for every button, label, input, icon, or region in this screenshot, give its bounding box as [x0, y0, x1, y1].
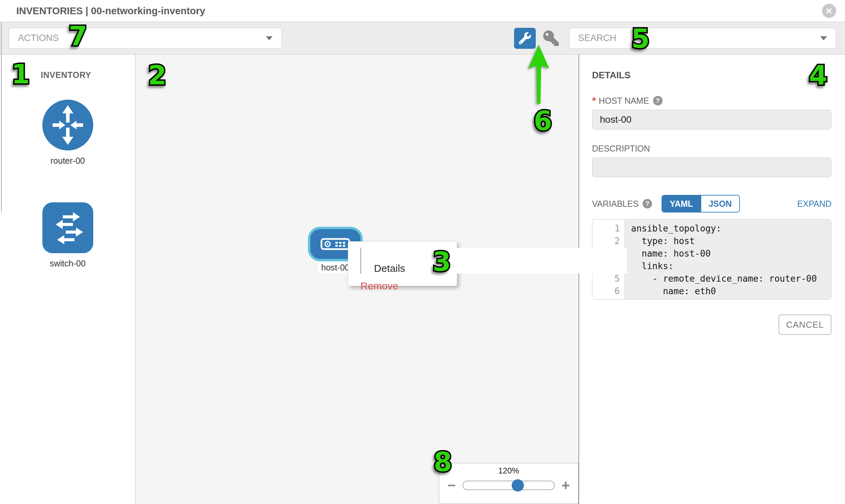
wrench-icon — [519, 32, 531, 44]
zoom-level-readout: 120% — [439, 466, 578, 475]
tools-button[interactable] — [514, 28, 536, 49]
zoom-panel: 120% − + — [439, 463, 579, 504]
host-name-field-label: * HOST NAME ? — [592, 95, 831, 106]
variables-code-editor[interactable]: 1 2 3 4 5 6 7 ansible_topology: type: ho… — [592, 219, 831, 300]
code-line: name: host-00 — [631, 248, 831, 260]
details-panel-title: DETAILS — [592, 70, 831, 81]
tab-json[interactable]: JSON — [701, 196, 739, 212]
code-line: links: — [631, 260, 831, 272]
format-toggle: YAML JSON — [662, 195, 740, 213]
server-icon — [320, 238, 350, 250]
toolbar-right-group: SEARCH — [514, 28, 836, 49]
variables-row: VARIABLES ? YAML JSON EXPAND — [592, 195, 831, 213]
actions-dropdown-label: ACTIONS — [18, 33, 59, 43]
main-area: INVENTORY router-00 — [0, 55, 845, 504]
device-label: switch-00 — [0, 258, 135, 268]
close-icon: ✕ — [826, 7, 833, 15]
editor-code: ansible_topology: type: host name: host-… — [625, 220, 831, 299]
menu-item-remove[interactable]: Remove — [360, 281, 457, 291]
switch-icon — [42, 202, 93, 253]
sidebar-title: INVENTORY — [41, 70, 135, 80]
palette-device-switch[interactable]: switch-00 — [0, 202, 135, 268]
page-title: INVENTORIES | 00-networking-inventory — [16, 5, 205, 17]
close-button[interactable]: ✕ — [822, 4, 836, 18]
inventory-sidebar: INVENTORY router-00 — [0, 55, 136, 504]
zoom-slider[interactable] — [462, 481, 555, 490]
code-line: name: eth0 — [631, 285, 831, 298]
caret-down-icon — [266, 36, 272, 40]
toolbar: ACTIONS SEARCH — [0, 22, 845, 55]
code-line: ansible_topology: — [631, 222, 831, 235]
key-credentials-button[interactable] — [543, 31, 559, 46]
device-label: router-00 — [0, 156, 135, 166]
description-input[interactable] — [592, 158, 831, 177]
required-asterisk: * — [592, 95, 596, 106]
expand-link[interactable]: EXPAND — [797, 199, 831, 209]
header-bar: INVENTORIES | 00-networking-inventory ✕ — [0, 0, 845, 22]
cancel-button[interactable]: CANCEL — [778, 314, 831, 335]
variables-help-icon[interactable]: ? — [642, 199, 652, 209]
caret-down-icon — [820, 36, 827, 40]
actions-dropdown[interactable]: ACTIONS — [9, 28, 282, 49]
tab-yaml[interactable]: YAML — [662, 196, 701, 212]
zoom-slider-thumb[interactable] — [512, 479, 524, 491]
menu-item-details[interactable]: Details — [360, 248, 627, 273]
topology-canvas[interactable]: host-00 Details Remove 120% − + — [136, 55, 579, 504]
host-name-input[interactable] — [592, 110, 831, 129]
zoom-out-button[interactable]: − — [447, 478, 456, 492]
key-icon — [543, 31, 559, 46]
description-field-label: DESCRIPTION — [592, 144, 831, 154]
variables-label: VARIABLES — [592, 199, 638, 209]
help-icon[interactable]: ? — [653, 96, 663, 105]
context-menu: Details Remove — [348, 241, 457, 286]
search-placeholder: SEARCH — [578, 33, 616, 43]
code-line: remote_interface_name: eth0 — [631, 298, 831, 300]
search-dropdown[interactable]: SEARCH — [569, 28, 836, 49]
panel-edge-line — [1, 22, 2, 212]
router-icon — [42, 100, 93, 150]
palette-device-router[interactable]: router-00 — [0, 100, 135, 166]
zoom-in-button[interactable]: + — [562, 478, 570, 492]
code-line: type: host — [631, 235, 831, 248]
code-line: - remote_device_name: router-00 — [631, 272, 831, 285]
details-panel: DETAILS * HOST NAME ? DESCRIPTION VARIAB… — [579, 55, 845, 504]
